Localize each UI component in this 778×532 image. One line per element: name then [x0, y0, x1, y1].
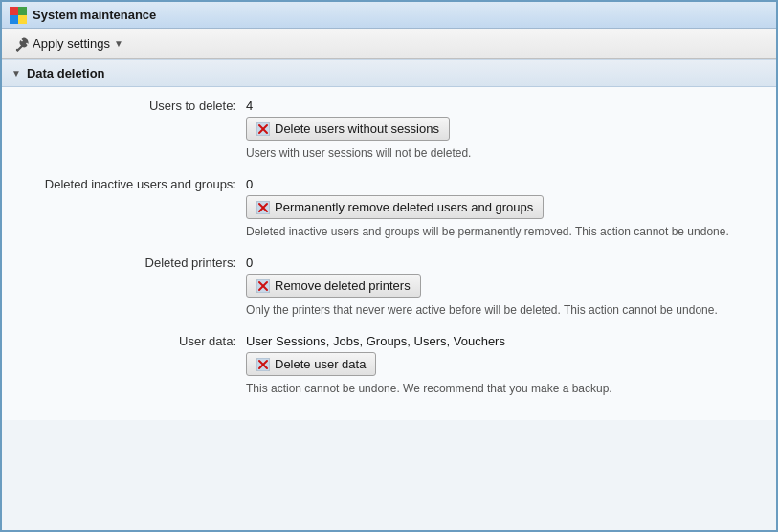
x-icon-2: [256, 201, 270, 214]
delete-user-data-hint: This action cannot be undone. We recomme…: [246, 382, 757, 395]
delete-users-without-sessions-button[interactable]: Delete users without sessions: [246, 117, 450, 141]
apply-settings-button[interactable]: Apply settings ▼: [10, 34, 127, 54]
svg-rect-2: [10, 15, 18, 24]
window-title: System maintenance: [33, 8, 156, 22]
users-to-delete-row: Users to delete: 4 Delete users without …: [21, 97, 757, 160]
apply-settings-label: Apply settings: [33, 36, 110, 51]
x-icon-1: [256, 122, 270, 136]
collapse-triangle[interactable]: ▼: [11, 68, 21, 78]
main-content: ▼ Data deletion Users to delete: 4: [2, 59, 776, 532]
deleted-printers-row: Deleted printers: 0 Remove deleted print…: [21, 254, 757, 317]
delete-user-data-button[interactable]: Delete user data: [246, 352, 376, 376]
permanently-remove-button[interactable]: Permanently remove deleted users and gro…: [246, 195, 544, 219]
users-to-delete-value-col: 4 Delete users without sessions Users wi…: [246, 97, 757, 160]
window: System maintenance Apply settings ▼ ▼ Da…: [0, 0, 778, 532]
dropdown-arrow: ▼: [114, 38, 123, 49]
svg-rect-0: [10, 7, 18, 15]
svg-rect-3: [18, 15, 27, 24]
deleted-inactive-count: 0: [246, 175, 757, 191]
wrench-icon: [13, 36, 29, 52]
users-to-delete-count: 4: [246, 97, 757, 113]
permanently-remove-hint: Deleted inactive users and groups will b…: [246, 225, 757, 238]
delete-users-hint: Users with user sessions will not be del…: [246, 146, 757, 160]
deleted-inactive-label: Deleted inactive users and groups:: [21, 175, 246, 191]
user-data-row: User data: User Sessions, Jobs, Groups, …: [21, 332, 757, 395]
users-to-delete-label: Users to delete:: [21, 97, 246, 113]
user-data-types: User Sessions, Jobs, Groups, Users, Vouc…: [246, 332, 757, 348]
deleted-printers-label: Deleted printers:: [21, 254, 246, 270]
x-icon-3: [256, 279, 270, 293]
toolbar: Apply settings ▼: [2, 29, 776, 59]
deleted-inactive-row: Deleted inactive users and groups: 0 Per…: [21, 175, 757, 238]
user-data-label: User data:: [21, 332, 246, 348]
deleted-inactive-value-col: 0 Permanently remove deleted users and g…: [246, 175, 757, 238]
content-area: Users to delete: 4 Delete users without …: [2, 87, 776, 420]
svg-rect-1: [18, 7, 27, 15]
remove-printers-hint: Only the printers that never were active…: [246, 303, 757, 317]
remove-deleted-printers-button[interactable]: Remove deleted printers: [246, 274, 421, 298]
svg-point-4: [16, 48, 18, 50]
app-icon: [10, 7, 27, 24]
section-title: Data deletion: [27, 66, 105, 80]
user-data-value-col: User Sessions, Jobs, Groups, Users, Vouc…: [246, 332, 757, 395]
deleted-printers-value-col: 0 Remove deleted printers Only the print…: [246, 254, 757, 317]
x-icon-4: [256, 358, 270, 371]
title-bar: System maintenance: [2, 2, 776, 29]
deleted-printers-count: 0: [246, 254, 757, 270]
section-header: ▼ Data deletion: [2, 59, 776, 87]
